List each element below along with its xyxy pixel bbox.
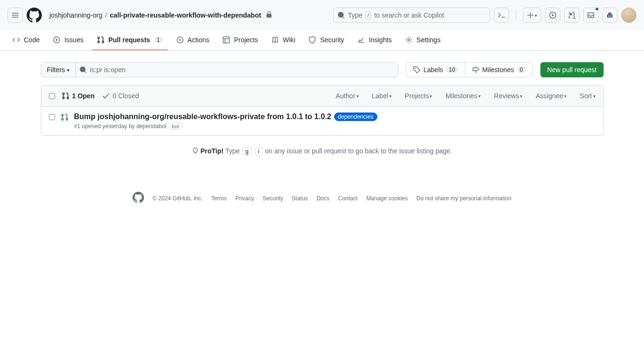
footer-link-docs[interactable]: Docs — [317, 195, 329, 202]
create-new-button[interactable]: ▾ — [523, 8, 541, 23]
footer-link-security[interactable]: Security — [262, 195, 283, 202]
chevron-down-icon: ▾ — [356, 94, 359, 99]
search-icon — [79, 66, 87, 74]
main-content: Filters ▾ Labels 10 Milestones 0 New pul… — [33, 51, 611, 178]
pr-meta: #1 opened yesterday by dependabot bot — [74, 123, 596, 130]
pr-title-link[interactable]: Bump joshjohanning-org/reusable-workflow… — [74, 112, 331, 121]
lock-icon — [266, 11, 272, 19]
filter-sort[interactable]: Sort ▾ — [580, 92, 596, 100]
svg-point-1 — [552, 14, 554, 16]
tab-pulls-label: Pull requests — [108, 36, 150, 44]
graph-icon — [357, 36, 365, 44]
labels-button[interactable]: Labels 10 — [406, 63, 465, 77]
protip: ProTip! Type g i on any issue or pull re… — [41, 147, 604, 155]
filter-search-group: Filters ▾ — [41, 62, 398, 77]
filter-milestones-label: Milestones — [445, 92, 477, 100]
tab-security[interactable]: Security — [304, 30, 349, 50]
bot-badge: bot — [168, 123, 182, 130]
issues-button[interactable] — [545, 8, 560, 23]
filter-search-input[interactable] — [90, 66, 394, 74]
tab-code-label: Code — [24, 36, 39, 44]
repo-link[interactable]: call-private-reusable-workflow-with-depe… — [110, 11, 261, 19]
user-avatar[interactable] — [621, 8, 636, 23]
tab-settings-label: Settings — [416, 36, 441, 44]
footer: © 2024 GitHub, Inc. Terms Privacy Securi… — [0, 178, 644, 219]
protip-key-i: i — [255, 147, 262, 156]
footer-link-privacy[interactable]: Privacy — [235, 195, 254, 202]
tab-actions[interactable]: Actions — [172, 30, 214, 50]
labels-count: 10 — [446, 66, 458, 73]
tab-issues[interactable]: Issues — [48, 30, 88, 50]
github-logo-footer[interactable] — [133, 192, 144, 205]
filter-projects[interactable]: Projects ▾ — [405, 92, 433, 100]
pr-open-icon — [61, 113, 68, 130]
pr-row: Bump joshjohanning-org/reusable-workflow… — [41, 107, 603, 135]
tab-settings[interactable]: Settings — [400, 30, 445, 50]
select-all-checkbox[interactable] — [49, 93, 55, 99]
filters-label: Filters — [47, 66, 65, 74]
svg-point-3 — [56, 39, 58, 41]
pulls-button[interactable] — [564, 8, 579, 23]
footer-link-contact[interactable]: Contact — [338, 195, 357, 202]
chevron-down-icon: ▾ — [67, 67, 69, 73]
tab-insights[interactable]: Insights — [353, 30, 396, 50]
labels-label: Labels — [423, 66, 443, 74]
footer-link-terms[interactable]: Terms — [211, 195, 227, 202]
chevron-down-icon: ▾ — [593, 94, 596, 99]
pr-label-badge[interactable]: dependencies — [334, 112, 377, 121]
footer-link-cookies[interactable]: Manage cookies — [366, 195, 408, 202]
protip-post: on any issue or pull request to go back … — [265, 147, 452, 155]
command-palette-button[interactable] — [494, 8, 509, 23]
footer-link-dns[interactable]: Do not share my personal information — [416, 195, 511, 202]
filter-author[interactable]: Author ▾ — [336, 92, 358, 100]
copilot-button[interactable] — [602, 8, 617, 23]
search-icon — [337, 11, 345, 19]
tab-actions-label: Actions — [188, 36, 210, 44]
tab-projects[interactable]: Projects — [218, 30, 263, 50]
tab-wiki[interactable]: Wiki — [267, 30, 300, 50]
svg-point-7 — [415, 68, 416, 69]
pr-row-checkbox[interactable] — [49, 114, 55, 120]
footer-copyright: © 2024 GitHub, Inc. — [153, 195, 203, 202]
tab-pulls-count: 1 — [154, 37, 163, 43]
book-icon — [271, 36, 279, 44]
filter-search-input-wrap[interactable] — [76, 63, 398, 77]
global-search[interactable]: Type / to search or ask Copilot — [333, 8, 490, 23]
filter-milestones[interactable]: Milestones ▾ — [445, 92, 481, 100]
hamburger-menu-button[interactable] — [8, 8, 23, 23]
plus-icon — [527, 12, 534, 19]
header-divider — [516, 10, 516, 20]
github-logo[interactable] — [27, 8, 42, 23]
org-link[interactable]: joshjohanning-org — [49, 11, 102, 19]
tab-pull-requests[interactable]: Pull requests 1 — [92, 30, 168, 50]
milestones-button[interactable]: Milestones 0 — [465, 63, 533, 77]
list-toolbar: Filters ▾ Labels 10 Milestones 0 New pul… — [41, 62, 604, 77]
pr-meta-text: #1 opened yesterday by dependabot — [74, 123, 167, 130]
chevron-down-icon: ▾ — [478, 94, 481, 99]
tag-icon — [413, 66, 421, 74]
inbox-button[interactable] — [583, 8, 598, 23]
search-hint-pre: Type — [348, 11, 362, 19]
pr-list-box: 1 Open 0 Closed Author ▾ Label ▾ Project… — [41, 85, 604, 136]
protip-pre: Type — [225, 147, 240, 155]
state-closed[interactable]: 0 Closed — [102, 92, 139, 100]
gear-icon — [405, 36, 413, 44]
breadcrumb: joshjohanning-org / call-private-reusabl… — [49, 11, 272, 19]
tab-code[interactable]: Code — [8, 30, 44, 50]
check-icon — [102, 92, 110, 100]
new-pull-request-button[interactable]: New pull request — [540, 62, 603, 77]
lightbulb-icon — [192, 148, 199, 154]
filter-reviews[interactable]: Reviews ▾ — [494, 92, 522, 100]
filter-assignee[interactable]: Assignee ▾ — [536, 92, 567, 100]
breadcrumb-separator: / — [105, 11, 107, 19]
hamburger-icon — [11, 11, 19, 19]
pr-list-header: 1 Open 0 Closed Author ▾ Label ▾ Project… — [41, 85, 603, 107]
shield-icon — [308, 36, 316, 44]
issue-icon — [53, 36, 60, 44]
footer-link-status[interactable]: Status — [292, 195, 308, 202]
filter-label[interactable]: Label ▾ — [372, 92, 392, 100]
filters-dropdown[interactable]: Filters ▾ — [41, 63, 76, 77]
state-open[interactable]: 1 Open — [62, 92, 95, 100]
pull-request-icon — [62, 92, 69, 100]
play-icon — [176, 36, 184, 44]
